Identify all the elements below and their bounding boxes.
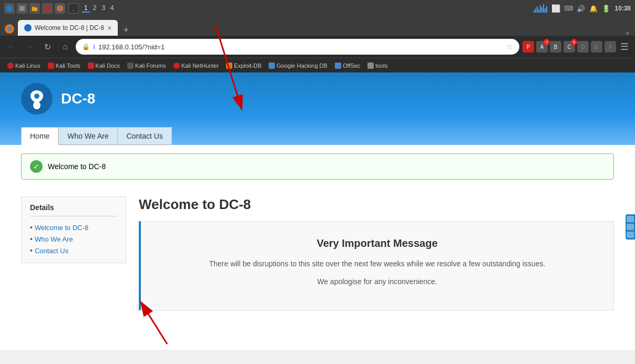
svg-point-6 [7,27,12,31]
main-content: Welcome to DC-8 Very Important Message T… [139,188,614,310]
addon-5[interactable]: F [605,41,616,53]
google-hacking-icon [269,63,275,69]
tab-close-button[interactable]: × [107,24,111,32]
kali-nethunter-icon [173,63,180,69]
tools-icon [367,63,374,69]
content-box: Very Important Message There will be dis… [139,221,614,310]
logo-area: DC-8 [21,83,614,123]
drupal-header: DC-8 Home Who We Are Contact Us [0,72,635,145]
addon-4[interactable]: E [591,41,602,53]
bookmark-kali-tools[interactable]: Kali Tools [45,61,84,70]
svg-point-7 [34,93,39,99]
tab-overflow-button[interactable]: ⌄ [624,27,631,36]
notification-icon[interactable]: 🔔 [589,4,598,13]
kali-docs-icon [88,63,94,69]
addon-badge-1[interactable]: A 7 [536,41,548,53]
clock: 10:38 [614,5,631,12]
firefox-taskbar-icon [4,24,15,36]
pocket-addon[interactable]: P [523,41,534,53]
kali-tools-icon [48,63,54,69]
back-button[interactable]: ← [4,39,19,54]
security-icon: 🔒 [82,43,90,50]
file-manager-icon[interactable] [17,3,27,14]
firefox-icon[interactable] [55,3,65,14]
addon-2[interactable]: B [550,41,561,53]
sidebar-block: Details Welcome to DC-8 Who We Are Conta… [21,196,126,263]
important-message-title: Very Important Message [172,237,582,249]
addon-badge-2[interactable]: C 5 [564,41,575,53]
right-panel-btn-1[interactable] [627,216,634,222]
home-button[interactable]: ⌂ [58,39,73,54]
sidebar-block-title: Details [30,203,117,216]
bookmark-google-hacking[interactable]: Google Hacking DB [265,61,331,70]
status-check-icon: ✓ [30,160,43,173]
sidebar-link-item-3: Contact Us [30,245,117,256]
bookmark-tools[interactable]: tools [364,61,391,70]
exploit-db-icon [226,63,232,69]
status-message: ✓ Welcome to DC-8 [21,153,614,180]
content-paragraph-1: There will be disruptions to this site o… [172,258,582,269]
tab-bar: Welcome to DC-8 | DC-8 × + ⌄ [0,17,635,36]
sidebar-link-item-1: Welcome to DC-8 [30,222,117,233]
svg-point-4 [58,7,62,10]
url-text: 192.168.0.105/?nid=1 [98,43,503,51]
addon-3[interactable]: D [577,41,589,53]
sidebar-link-item-2: Who We Are [30,233,117,245]
keepass-icon[interactable] [42,3,53,14]
status-text: Welcome to DC-8 [48,162,106,171]
bookmarks-bar: Kali Linux Kali Tools Kali Docs Kali For… [0,58,635,72]
bookmark-kali-linux[interactable]: Kali Linux [4,61,44,70]
page-heading: Welcome to DC-8 [139,196,614,213]
forward-button[interactable]: → [22,39,37,54]
nav-bar: ← → ↻ ⌂ 🔒 ℹ 192.168.0.105/?nid=1 ☆ P A 7… [0,36,635,58]
workspace-1[interactable]: 1 [82,4,90,13]
workspace-4[interactable]: 4 [108,4,116,13]
right-panel-btn-2[interactable] [627,224,634,230]
right-panel[interactable] [626,214,635,240]
bookmark-exploit-db[interactable]: Exploit-DB [223,61,264,70]
active-tab[interactable]: Welcome to DC-8 | DC-8 × [18,20,118,36]
bookmark-kali-nethunter[interactable]: Kali NetHunter [170,61,222,70]
keyboard-icon: ⌨ [564,4,572,13]
kali-icon[interactable] [4,3,15,14]
workspace-3[interactable]: 3 [99,4,107,13]
menu-button[interactable]: ☰ [618,41,631,53]
drupal-logo [21,83,53,115]
svg-point-0 [6,5,13,12]
site-title: DC-8 [61,90,95,107]
new-tab-button[interactable]: + [119,25,133,36]
bookmark-icon[interactable]: ☆ [506,43,513,51]
sidebar-link-who-we-are[interactable]: Who We Are [35,235,73,243]
monitor-icon: ⬜ [551,4,560,13]
nav-who-we-are[interactable]: Who We Are [58,127,117,145]
right-panel-btn-3[interactable] [627,232,634,238]
tab-title: Welcome to DC-8 | DC-8 [35,24,104,32]
folder-icon[interactable] [29,3,40,14]
nav-home[interactable]: Home [21,127,58,145]
content-paragraph-2: We apologise for any inconvenience. [172,276,582,287]
bookmark-offsec[interactable]: OffSec [332,61,363,70]
sidebar-link-home[interactable]: Welcome to DC-8 [35,224,88,232]
address-bar[interactable]: 🔒 ℹ 192.168.0.105/?nid=1 ☆ [76,39,519,55]
bookmark-kali-docs[interactable]: Kali Docs [85,61,123,70]
kali-forums-icon [127,63,134,69]
svg-rect-1 [19,6,25,11]
bookmark-kali-forums[interactable]: Kali Forums [124,61,169,70]
nav-right-icons: P A 7 B C 5 D E F ☰ [523,41,631,53]
title-bar: _ 1 2 3 4 ⬜ [0,0,635,17]
kali-linux-icon [7,63,14,69]
battery-icon: 🔋 [602,4,610,13]
offsec-icon [335,63,341,69]
tab-favicon [24,24,32,32]
reload-button[interactable]: ↻ [40,39,55,54]
addon-badge-count: 7 [544,39,550,45]
sidebar-links: Welcome to DC-8 Who We Are Contact Us [30,222,117,256]
terminal-icon[interactable]: _ [68,3,79,14]
drupal-nav: Home Who We Are Contact Us [21,127,614,145]
svg-point-2 [45,6,50,11]
sidebar-link-contact-us[interactable]: Contact Us [35,247,68,255]
nav-contact-us[interactable]: Contact Us [118,127,172,145]
volume-icon[interactable]: 🔊 [577,4,585,13]
main-layout: Details Welcome to DC-8 Who We Are Conta… [0,188,635,310]
workspace-2[interactable]: 2 [91,4,99,13]
